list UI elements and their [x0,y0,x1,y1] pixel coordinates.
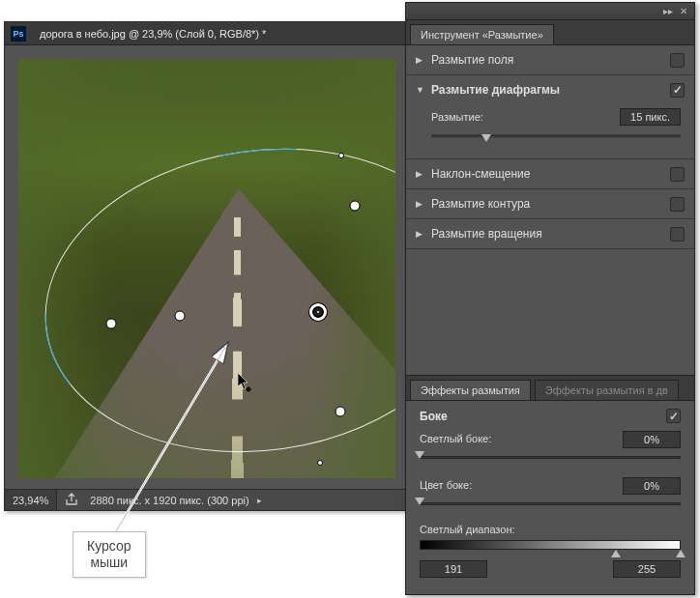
light-bokeh-slider[interactable] [420,452,681,464]
section-toggle-checkbox[interactable] [670,83,685,98]
blur-pin[interactable] [309,303,327,321]
light-range-hi-input[interactable]: 255 [613,560,681,578]
tab-blur-effects[interactable]: Эффекты размытия [410,380,531,400]
chevron-down-icon: ▼ [416,85,425,95]
section-path-blur: ▶ Размытие контура [406,189,694,219]
section-spin-blur: ▶ Размытие вращения [406,219,694,249]
section-toggle-checkbox[interactable] [670,227,685,242]
chevron-right-icon: ▶ [416,55,425,65]
section-header[interactable]: ▶ Размытие контура [406,189,694,218]
ellipse-feather-handle[interactable] [350,201,361,212]
section-header[interactable]: ▶ Размытие вращения [406,219,694,248]
blur-amount-input[interactable]: 15 пикс. [620,108,681,126]
section-label: Размытие диафрагмы [431,83,560,97]
bokeh-title: Боке [420,410,448,423]
close-icon[interactable]: ✕ [677,6,690,17]
blur-amount-slider[interactable] [431,129,681,143]
section-label: Наклон-смещение [431,167,531,181]
section-header[interactable]: ▼ Размытие диафрагмы [406,75,694,104]
info-menu-icon[interactable]: ▸ [257,496,262,505]
blur-effects-subpanel: Эффекты размытия Эффекты размытия в дв Б… [406,375,694,585]
ellipse-feather-handle[interactable] [175,311,186,322]
chevron-right-icon: ▶ [416,229,425,239]
light-range-label: Светлый диапазон: [420,524,681,535]
light-range-slider[interactable] [420,537,681,553]
section-toggle-checkbox[interactable] [670,197,685,212]
svg-line-6 [116,344,227,531]
collapse-icon[interactable]: ▸▸ [661,6,675,17]
ellipse-feather-handle[interactable] [335,407,346,417]
bokeh-color-slider[interactable] [420,498,681,510]
section-iris-blur: ▼ Размытие диафрагмы Размытие: 15 пикс. [406,75,694,159]
section-label: Размытие контура [431,197,530,211]
section-header[interactable]: ▶ Наклон-смещение [406,159,694,188]
section-toggle-checkbox[interactable] [670,53,685,68]
section-field-blur: ▶ Размытие поля [406,45,694,75]
tab-motion-effects[interactable]: Эффекты размытия в дв [535,380,679,400]
ellipse-edge-handle[interactable] [317,460,323,466]
zoom-level[interactable]: 23,94% [5,490,57,510]
chevron-right-icon: ▶ [416,199,425,209]
bokeh-color-label: Цвет боке: [420,479,472,491]
document-tabbar: Ps дорога в небо.jpg @ 23,9% (Слой 0, RG… [5,22,407,45]
section-toggle-checkbox[interactable] [670,167,685,182]
section-tilt-shift: ▶ Наклон-смещение [406,159,694,189]
blur-tools-panel: ▸▸ ✕ Инструмент «Размытие» ▶ Размытие по… [405,2,695,595]
section-label: Размытие поля [431,53,513,67]
panel-tabs: Инструмент «Размытие» [406,20,694,45]
section-label: Размытие вращения [431,227,542,241]
subpanel-tabs: Эффекты размытия Эффекты размытия в дв [406,376,694,401]
blur-amount-label: Размытие: [431,111,483,123]
panel-titlebar[interactable]: ▸▸ ✕ [406,3,694,20]
annotation-arrow [106,338,242,541]
bokeh-color-input[interactable]: 0% [623,477,681,495]
ellipse-roundness-handle[interactable] [106,319,117,329]
ellipse-edge-handle[interactable] [338,153,344,158]
light-bokeh-label: Светлый боке: [420,433,491,444]
panel-tab-blur-tools[interactable]: Инструмент «Размытие» [410,24,554,44]
chevron-right-icon: ▶ [416,169,425,179]
section-header[interactable]: ▶ Размытие поля [406,45,694,74]
document-tab[interactable]: дорога в небо.jpg @ 23,9% (Слой 0, RGB/8… [32,22,274,45]
bokeh-toggle-checkbox[interactable] [666,409,681,423]
export-icon[interactable] [65,493,78,508]
annotation-label: Курсор мыши [73,531,146,578]
light-range-lo-input[interactable]: 191 [420,560,487,578]
photoshop-icon: Ps [11,26,26,42]
light-bokeh-input[interactable]: 0% [623,431,681,448]
